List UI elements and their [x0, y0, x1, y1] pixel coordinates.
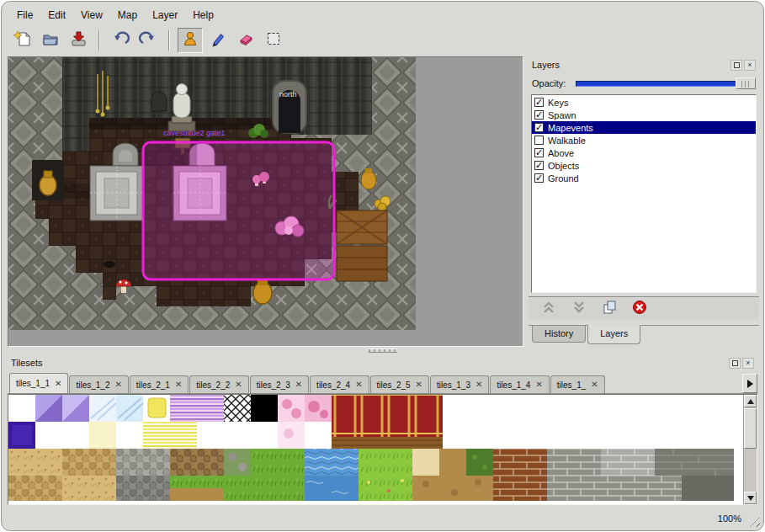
layer-visibility-checkbox[interactable] [534, 173, 544, 183]
layers-panel-tabbar: History Layers [529, 325, 759, 347]
redo-button[interactable] [135, 28, 161, 53]
new-file-icon [13, 29, 32, 51]
tileset-content[interactable] [8, 394, 757, 505]
layer-row-ground[interactable]: Ground [532, 172, 756, 184]
layer-row-walkable[interactable]: Walkable [532, 134, 756, 146]
tileset-tab-label: tiles_1_4 [497, 380, 530, 390]
tileset-tab[interactable]: tiles_1_2 ✕ [69, 375, 128, 393]
npc-tool-button[interactable] [178, 28, 203, 53]
new-file-button[interactable] [10, 28, 35, 53]
marquee-icon [264, 29, 283, 51]
menu-view[interactable]: View [74, 8, 109, 24]
horizontal-splitter[interactable] [8, 347, 757, 354]
menu-file[interactable]: File [10, 8, 40, 24]
menu-bar: File Edit View Map Layer Help [10, 8, 755, 24]
layer-visibility-checkbox[interactable] [534, 148, 544, 157]
close-tab-icon[interactable]: ✕ [295, 381, 302, 388]
lower-layer-button[interactable] [571, 301, 587, 317]
opacity-slider-handle[interactable] [736, 77, 756, 89]
close-tab-icon[interactable]: ✕ [55, 380, 61, 387]
tileset-tab[interactable]: tiles_2_2 ✕ [189, 375, 248, 393]
selection-rectangle[interactable] [143, 142, 334, 279]
tileset-tab[interactable]: tiles_1_ ✕ [550, 375, 605, 393]
undo-button[interactable] [108, 28, 133, 53]
close-tab-icon[interactable]: ✕ [114, 381, 121, 388]
layer-label: Ground [548, 173, 579, 184]
scrollbar-handle[interactable] [744, 408, 757, 449]
layer-visibility-checkbox[interactable] [534, 123, 544, 132]
layer-visibility-checkbox[interactable] [534, 110, 544, 120]
tileset-tab-label: tiles_2_3 [257, 380, 290, 390]
brush-icon [209, 29, 227, 51]
brush-tool-button[interactable] [205, 28, 231, 53]
tilesets-panel: Tilesets × tiles_1_1 ✕ tiles_1_2 ✕ tiles… [8, 355, 757, 507]
tileset-tab-label: tiles_1_ [557, 380, 586, 390]
close-tab-icon[interactable]: ✕ [235, 381, 242, 388]
tab-history[interactable]: History [532, 326, 586, 343]
menu-map[interactable]: Map [111, 8, 144, 24]
delete-layer-button[interactable] [631, 301, 648, 317]
raise-layer-button[interactable] [540, 301, 557, 317]
tab-label: Layers [600, 328, 628, 338]
tileset-tab[interactable]: tiles_2_4 ✕ [310, 375, 369, 393]
eraser-tool-button[interactable] [233, 28, 258, 53]
opacity-slider[interactable] [576, 77, 756, 89]
save-file-button[interactable] [66, 28, 91, 53]
close-tab-icon[interactable]: ✕ [175, 381, 182, 388]
undo-arrow-icon [111, 29, 130, 51]
close-tab-icon[interactable]: ✕ [416, 381, 422, 388]
tab-layers[interactable]: Layers [587, 325, 640, 344]
layer-visibility-checkbox[interactable] [534, 98, 544, 107]
tileset-canvas[interactable] [8, 395, 734, 503]
layer-label: Mapevents [548, 123, 593, 133]
redo-arrow-icon [139, 29, 157, 51]
float-icon [734, 62, 740, 68]
map-canvas[interactable]: north cavestatue2 gate1 [8, 57, 523, 346]
person-icon [181, 29, 199, 51]
tileset-tab[interactable]: tiles_2_5 ✕ [370, 375, 429, 393]
layer-label: Objects [548, 161, 579, 171]
tileset-tab[interactable]: tiles_1_1 ✕ [9, 373, 68, 394]
tab-scroll-right-button[interactable] [742, 374, 757, 393]
tilesets-panel-title: Tilesets [11, 358, 43, 368]
float-panel-button[interactable] [730, 60, 742, 71]
layer-row-keys[interactable]: Keys [532, 96, 756, 109]
select-tool-button[interactable] [261, 28, 286, 53]
layer-row-objects[interactable]: Objects [532, 159, 756, 172]
lower-layer-icon [571, 300, 587, 318]
layer-label: Spawn [548, 110, 576, 120]
scroll-up-button[interactable] [744, 395, 757, 407]
opacity-row: Opacity: [532, 76, 756, 91]
float-panel-button[interactable] [729, 358, 741, 369]
layer-row-spawn[interactable]: Spawn [532, 109, 756, 121]
close-panel-button[interactable]: × [744, 60, 756, 71]
scroll-down-button[interactable] [744, 492, 757, 504]
delete-layer-icon [632, 300, 647, 318]
duplicate-layer-button[interactable] [601, 301, 618, 317]
layer-visibility-checkbox[interactable] [534, 136, 544, 145]
close-tab-icon[interactable]: ✕ [355, 381, 362, 388]
open-file-button[interactable] [38, 28, 63, 53]
tileset-tab[interactable]: tiles_2_3 ✕ [250, 375, 309, 393]
close-panel-button[interactable]: × [742, 358, 754, 369]
tilesets-panel-titlebar: Tilesets × [8, 355, 757, 370]
layer-row-mapevents[interactable]: Mapevents [532, 121, 756, 134]
close-tab-icon[interactable]: ✕ [475, 381, 482, 388]
menu-help[interactable]: Help [186, 8, 220, 24]
layer-row-above[interactable]: Above [532, 146, 756, 159]
tileset-tab[interactable]: tiles_2_1 ✕ [130, 375, 189, 393]
tileset-tab[interactable]: tiles_1_3 ✕ [430, 375, 489, 393]
menu-layer[interactable]: Layer [146, 8, 184, 24]
close-tab-icon[interactable]: ✕ [591, 381, 598, 388]
menu-edit[interactable]: Edit [41, 8, 72, 24]
layer-visibility-checkbox[interactable] [534, 161, 544, 170]
tileset-vertical-scrollbar[interactable] [743, 395, 757, 504]
tileset-tab[interactable]: tiles_1_4 ✕ [490, 375, 549, 393]
status-bar: 100% [5, 507, 760, 530]
float-icon [732, 360, 738, 366]
layer-list[interactable]: Keys Spawn Mapevents Walkable Above Obje… [531, 94, 757, 293]
map-viewport[interactable]: north cavestatue2 gate1 [8, 56, 523, 347]
close-tab-icon[interactable]: ✕ [535, 381, 542, 388]
open-folder-icon [41, 29, 60, 51]
close-icon: × [746, 359, 750, 367]
